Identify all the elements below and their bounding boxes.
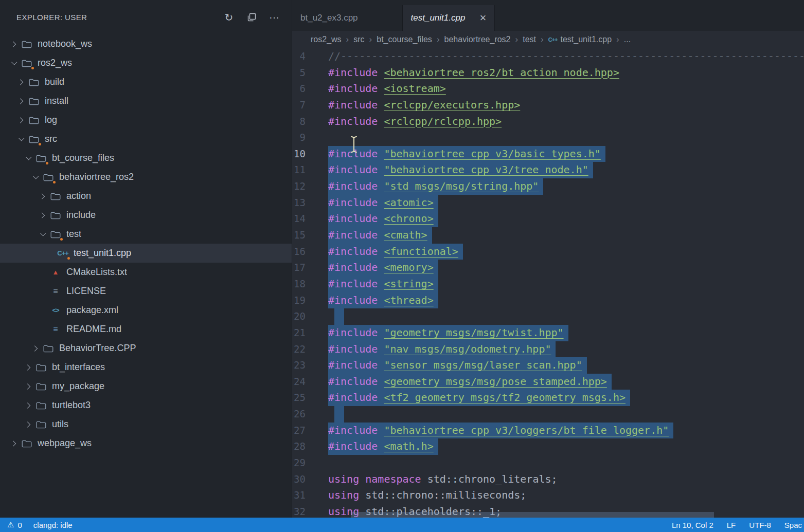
code-line[interactable]: 16#include <functional> bbox=[292, 244, 804, 260]
tree-item-package.xml[interactable]: <>package.xml bbox=[0, 301, 292, 320]
code-line[interactable]: 26 bbox=[292, 406, 804, 423]
tree-item-utils[interactable]: utils bbox=[0, 415, 292, 434]
line-number[interactable]: 32 bbox=[292, 504, 328, 518]
breadcrumb-item-src[interactable]: src bbox=[353, 35, 364, 44]
status-spac[interactable]: Spac bbox=[784, 521, 802, 529]
tree-item-LICENSE[interactable]: ≡LICENSE bbox=[0, 282, 292, 301]
tree-item-src[interactable]: src bbox=[0, 130, 292, 149]
code-line[interactable]: 5#include <behaviortree_ros2/bt_action_n… bbox=[292, 65, 804, 81]
line-number[interactable]: 15 bbox=[292, 227, 328, 244]
tree-item-test[interactable]: test bbox=[0, 225, 292, 244]
line-number[interactable]: 26 bbox=[292, 406, 328, 423]
tree-item-log[interactable]: log bbox=[0, 111, 292, 130]
tree-item-test_unit1.cpp[interactable]: C++test_unit1.cpp bbox=[0, 244, 292, 263]
tree-item-action[interactable]: action bbox=[0, 187, 292, 206]
code-line[interactable]: 18#include <string> bbox=[292, 276, 804, 292]
line-number[interactable]: 12 bbox=[292, 178, 328, 195]
code-line[interactable]: 29 bbox=[292, 455, 804, 471]
code-line[interactable]: 13#include <atomic> bbox=[292, 195, 804, 211]
code-line[interactable]: 9 bbox=[292, 130, 804, 146]
line-number[interactable]: 5 bbox=[292, 65, 328, 81]
breadcrumb-item-bt_course_files[interactable]: bt_course_files bbox=[377, 35, 432, 44]
tree-item-install[interactable]: install bbox=[0, 91, 292, 111]
line-number[interactable]: 11 bbox=[292, 162, 328, 178]
line-number[interactable]: 22 bbox=[292, 341, 328, 358]
tree-item-bt_interfaces[interactable]: bt_interfaces bbox=[0, 358, 292, 377]
line-number[interactable]: 25 bbox=[292, 390, 328, 406]
tree-item-behaviortree_ros2[interactable]: behaviortree_ros2 bbox=[0, 168, 292, 187]
code-line[interactable]: 20 bbox=[292, 308, 804, 325]
line-number[interactable]: 18 bbox=[292, 276, 328, 292]
line-number[interactable]: 29 bbox=[292, 455, 328, 471]
line-number[interactable]: 30 bbox=[292, 471, 328, 488]
status-ln-10-col-2[interactable]: Ln 10, Col 2 bbox=[672, 521, 713, 529]
breadcrumb-item-...[interactable]: ... bbox=[624, 35, 631, 44]
close-icon[interactable]: × bbox=[479, 12, 486, 24]
line-number[interactable]: 28 bbox=[292, 438, 328, 455]
code-line[interactable]: 19#include <thread> bbox=[292, 292, 804, 309]
code-line[interactable]: 12#include "std_msgs/msg/string.hpp" bbox=[292, 178, 804, 195]
tree-item-ros2_ws[interactable]: ros2_ws bbox=[0, 53, 292, 72]
line-number[interactable]: 24 bbox=[292, 374, 328, 390]
code-line[interactable]: 11#include "behaviortree_cpp_v3/tree_nod… bbox=[292, 162, 804, 178]
status-utf-8[interactable]: UTF-8 bbox=[749, 521, 771, 529]
horizontal-scrollbar[interactable] bbox=[351, 512, 714, 518]
line-number[interactable]: 14 bbox=[292, 211, 328, 227]
code-line[interactable]: 4//-------------------------------------… bbox=[292, 48, 804, 65]
breadcrumb-item-ros2_ws[interactable]: ros2_ws bbox=[311, 35, 342, 44]
code-line[interactable]: 31using std::chrono::milliseconds; bbox=[292, 487, 804, 504]
code-line[interactable]: 17#include <memory> bbox=[292, 260, 804, 276]
line-number[interactable]: 27 bbox=[292, 423, 328, 439]
code-line[interactable]: 15#include <cmath> bbox=[292, 227, 804, 244]
tab-bt_u2_ex3.cpp[interactable]: bt_u2_ex3.cpp bbox=[292, 5, 403, 31]
warning-count[interactable]: 0 bbox=[17, 521, 22, 529]
line-number[interactable]: 20 bbox=[292, 308, 328, 325]
code-line[interactable]: 23#include "sensor_msgs/msg/laser_scan.h… bbox=[292, 357, 804, 374]
tree-item-webpage_ws[interactable]: webpage_ws bbox=[0, 434, 292, 453]
code-line[interactable]: 10#include "behaviortree_cpp_v3/basic_ty… bbox=[292, 146, 804, 162]
line-number[interactable]: 19 bbox=[292, 292, 328, 309]
line-number[interactable]: 13 bbox=[292, 195, 328, 211]
line-number[interactable]: 8 bbox=[292, 114, 328, 130]
refresh-icon[interactable]: ↻ bbox=[222, 10, 236, 25]
line-number[interactable]: 10 bbox=[292, 146, 328, 162]
breadcrumb-item-test[interactable]: test bbox=[523, 35, 536, 44]
line-number[interactable]: 23 bbox=[292, 357, 328, 374]
code-editor[interactable]: 4//-------------------------------------… bbox=[292, 48, 804, 518]
tab-test_unit1.cpp[interactable]: test_unit1.cpp× bbox=[403, 5, 495, 31]
status-lf[interactable]: LF bbox=[727, 521, 736, 529]
tree-item-BehaviorTree.CPP[interactable]: BehaviorTree.CPP bbox=[0, 339, 292, 358]
warning-icon[interactable]: ⚠ bbox=[7, 520, 14, 529]
line-number[interactable]: 17 bbox=[292, 260, 328, 276]
code-line[interactable]: 7#include <rclcpp/executors.hpp> bbox=[292, 97, 804, 114]
code-line[interactable]: 27#include "behaviortree_cpp_v3/loggers/… bbox=[292, 423, 804, 439]
line-number[interactable]: 16 bbox=[292, 244, 328, 260]
code-line[interactable]: 21#include "geometry_msgs/msg/twist.hpp" bbox=[292, 325, 804, 341]
code-line[interactable]: 6#include <iostream> bbox=[292, 81, 804, 97]
tree-item-turtlebot3[interactable]: turtlebot3 bbox=[0, 396, 292, 415]
line-number[interactable]: 9 bbox=[292, 130, 328, 146]
line-number[interactable]: 7 bbox=[292, 97, 328, 114]
tree-item-my_package[interactable]: my_package bbox=[0, 377, 292, 396]
breadcrumb-item-behaviortree_ros2[interactable]: behaviortree_ros2 bbox=[444, 35, 511, 44]
code-line[interactable]: 22#include "nav_msgs/msg/odometry.hpp" bbox=[292, 341, 804, 358]
line-number[interactable]: 4 bbox=[292, 48, 328, 65]
code-line[interactable]: 24#include <geometry_msgs/msg/pose_stamp… bbox=[292, 374, 804, 390]
tree-item-build[interactable]: build bbox=[0, 72, 292, 91]
code-line[interactable]: 25#include <tf2_geometry_msgs/tf2_geomet… bbox=[292, 390, 804, 406]
tree-item-README.md[interactable]: ≡README.md bbox=[0, 320, 292, 339]
tree-item-CMakeLists.txt[interactable]: ▲CMakeLists.txt bbox=[0, 263, 292, 282]
code-line[interactable]: 14#include <chrono> bbox=[292, 211, 804, 227]
tree-item-notebook_ws[interactable]: notebook_ws bbox=[0, 34, 292, 53]
collapse-folders-icon[interactable] bbox=[244, 10, 259, 25]
code-line[interactable]: 28#include <math.h> bbox=[292, 438, 804, 455]
code-line[interactable]: 30using namespace std::chrono_literals; bbox=[292, 471, 804, 488]
language-server-status[interactable]: clangd: idle bbox=[33, 521, 73, 529]
more-actions-icon[interactable]: ··· bbox=[267, 10, 281, 25]
line-number[interactable]: 21 bbox=[292, 325, 328, 341]
tree-item-include[interactable]: include bbox=[0, 206, 292, 225]
code-line[interactable]: 8#include <rclcpp/rclcpp.hpp> bbox=[292, 114, 804, 130]
breadcrumb-item-test_unit1.cpp[interactable]: C++test_unit1.cpp bbox=[548, 35, 612, 44]
line-number[interactable]: 6 bbox=[292, 81, 328, 97]
line-number[interactable]: 31 bbox=[292, 487, 328, 504]
